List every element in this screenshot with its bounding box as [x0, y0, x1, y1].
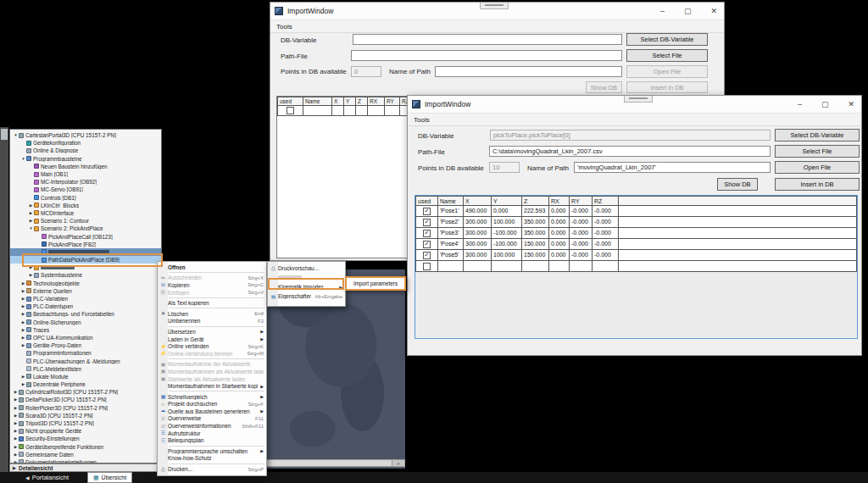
cell-ry[interactable] — [570, 261, 593, 272]
zoom-icon[interactable]: ⌕ — [392, 460, 404, 466]
chevron-right-icon[interactable]: ▶ — [13, 406, 19, 410]
pose-used-checkbox[interactable] — [287, 107, 294, 114]
cell-z[interactable]: 150.000 — [522, 239, 549, 250]
horizontal-scrollbar[interactable]: ⌕ — [263, 459, 405, 467]
tree-item[interactable]: Programminformationen — [10, 349, 161, 357]
tree-item[interactable]: ▶Systembausteine — [10, 271, 161, 279]
cell-ry[interactable]: -0.000 — [570, 206, 593, 217]
chevron-right-icon[interactable]: ▶ — [20, 343, 26, 347]
db-variable-field[interactable]: pickToPlace.pickToPlace[0] — [490, 130, 771, 141]
open-file-button[interactable]: Open File — [775, 161, 860, 174]
chevron-right-icon[interactable]: ▶ — [13, 452, 19, 457]
tree-item[interactable]: ▶Geräteübergreifende Funktionen — [10, 443, 161, 451]
menu-item-eigenschaften[interactable]: ▤Eigenschaften...Alt+Eingabe — [268, 291, 345, 301]
tree-item[interactable]: ▶CylindricalRobot3D [CPU 1515T-2 PN] — [10, 388, 161, 396]
cell-rx[interactable] — [549, 261, 570, 272]
cell-ry[interactable]: -0.000 — [570, 228, 593, 239]
name-of-path-field[interactable]: 'movingQuadrat_Lkin_2007' — [574, 162, 771, 173]
menu-item-übersetzen[interactable]: Übersetzen▶ — [158, 328, 266, 336]
chevron-right-icon[interactable]: ▶ — [20, 336, 26, 340]
cell-name[interactable] — [438, 261, 464, 272]
cell-rz[interactable]: -0.000 — [593, 206, 619, 217]
cell-rz[interactable]: -0.000 — [593, 250, 619, 261]
tree-item[interactable]: ▶LKinCtrl_Blocks — [10, 202, 161, 209]
menu-item-momentaufnahmen-in-startwerte-kopieren[interactable]: Momentaufnahmen in Startwerte kopieren▶ — [158, 382, 266, 390]
chevron-right-icon[interactable]: ▶ — [20, 281, 26, 286]
cell-rx[interactable]: 0.000 — [549, 228, 570, 239]
chevron-right-icon[interactable]: ▶ — [20, 297, 26, 301]
tree-item[interactable]: ▶Online-Sicherungen — [10, 319, 161, 326]
cell-rz[interactable]: -0.000 — [593, 228, 619, 239]
chevron-right-icon[interactable]: ▶ — [20, 375, 26, 379]
chevron-right-icon[interactable]: ▶ — [28, 219, 34, 223]
name-of-path-field[interactable] — [435, 66, 622, 77]
chevron-down-icon[interactable]: ▼ — [13, 133, 19, 137]
menu-item-laden-in-gerät[interactable]: Laden in Gerät▶ — [158, 336, 266, 343]
maximize-button[interactable]: ▢ — [821, 101, 829, 108]
menu-item-schnellvergleich[interactable]: ▦Schnellvergleich▶ — [158, 393, 266, 401]
menu-item-aufrufstruktur[interactable]: ☰Aufrufstruktur — [158, 430, 266, 437]
menu-item-drucken[interactable]: ⎙Drucken...Strg+P — [158, 465, 266, 473]
import-parameters-menu-item[interactable]: Import parameters — [345, 276, 406, 291]
tree-item[interactable]: ▼CartesianPortal3D [CPU 1515T-2 PN] — [10, 131, 161, 139]
tree-item[interactable]: ▼Scenario 2: PickAndPlace — [10, 225, 161, 232]
tree-item[interactable]: ▶Nicht gruppierte Geräte — [10, 427, 161, 435]
menu-item-öffnen[interactable]: Öffnen — [158, 264, 266, 271]
tree-item[interactable]: ▶Technologieobjekte — [10, 280, 161, 287]
chevron-right-icon[interactable]: ▶ — [13, 414, 19, 418]
cell-y[interactable] — [344, 106, 356, 116]
panel-collapse-tab[interactable] — [1, 129, 8, 140]
chevron-right-icon[interactable]: ▶ — [20, 289, 26, 293]
cell-x[interactable]: 300.000 — [464, 239, 492, 250]
tree-item[interactable]: PickAndPlaceCall [OB123] — [10, 232, 161, 240]
cell-z[interactable] — [356, 106, 368, 116]
chevron-right-icon[interactable]: ▶ — [20, 328, 26, 332]
tree-item[interactable]: ▶Gemeinsame Daten — [10, 451, 161, 458]
cell-rx[interactable]: 0.000 — [549, 250, 570, 261]
cell-z[interactable] — [522, 261, 549, 272]
tree-item[interactable]: ▶Scara3D [CPU 1515T-2 PN] — [10, 412, 161, 419]
tree-item[interactable]: ▶Tripod3D [CPU 1515T-2 PN] — [10, 419, 161, 427]
cell-z[interactable]: 350.000 — [522, 228, 549, 239]
cell-y[interactable]: 100.000 — [492, 250, 522, 261]
cell-name[interactable]: 'Pose4' — [438, 239, 464, 250]
cell-name[interactable] — [303, 106, 332, 116]
pose-used-checkbox[interactable] — [423, 263, 431, 270]
tree-item[interactable]: ▶MCDInterface — [10, 209, 161, 217]
tree-item[interactable]: ▶Geräte-Proxy-Daten — [10, 341, 161, 349]
cell-x[interactable]: 300.000 — [464, 228, 492, 239]
pose-used-checkbox[interactable]: ✓ — [423, 241, 431, 248]
cell-name[interactable]: 'Pose5' — [438, 250, 464, 261]
detail-view-bar[interactable]: ▶ Detailansicht — [9, 464, 162, 472]
close-button[interactable]: ✕ — [710, 8, 717, 15]
chevron-right-icon[interactable]: ▶ — [13, 436, 19, 441]
tools-menu[interactable]: Tools — [276, 23, 292, 31]
maximize-button[interactable]: ▢ — [684, 8, 692, 15]
tree-item[interactable]: PickAndPlace [FB2] — [10, 241, 161, 248]
tree-item[interactable]: Main [OB1] — [10, 170, 161, 178]
tree-item[interactable]: ▶Externe Quellen — [10, 287, 161, 295]
menu-item-löschen[interactable]: ✕LöschenEntf — [158, 310, 266, 318]
drag-grip[interactable] — [624, 96, 653, 103]
chevron-right-icon[interactable]: ▶ — [20, 312, 26, 316]
chevron-right-icon[interactable]: ▶ — [13, 397, 19, 402]
chevron-right-icon[interactable]: ▶ — [28, 203, 34, 208]
cell-ry[interactable] — [385, 106, 400, 116]
cell-y[interactable]: 100.000 — [492, 217, 522, 228]
tree-item[interactable]: MC-Interpolator [OB92] — [10, 178, 161, 186]
select-db-variable-button[interactable]: Select DB-Variable — [626, 33, 708, 46]
chevron-right-icon[interactable]: ▶ — [13, 421, 19, 425]
tree-item[interactable]: ▶Lokale Module — [10, 373, 161, 380]
tree-item[interactable]: ▼Programmbausteine — [10, 155, 161, 163]
chevron-right-icon[interactable]: ▶ — [13, 390, 19, 394]
cell-rz[interactable] — [593, 261, 619, 272]
cell-x[interactable]: 300.000 — [464, 250, 492, 261]
chevron-right-icon[interactable]: ▶ — [20, 382, 26, 386]
chevron-right-icon[interactable]: ▶ — [20, 320, 26, 325]
cell-x[interactable] — [464, 261, 492, 272]
db-variable-field[interactable] — [353, 34, 622, 45]
menu-item-projekt-durchsuchen[interactable]: ⌕Projekt durchsuchenStrg+F — [158, 401, 266, 408]
chevron-right-icon[interactable]: ▶ — [28, 273, 34, 277]
cell-rz[interactable]: -0.000 — [593, 217, 619, 228]
pose-used-checkbox[interactable]: ✓ — [423, 230, 431, 237]
